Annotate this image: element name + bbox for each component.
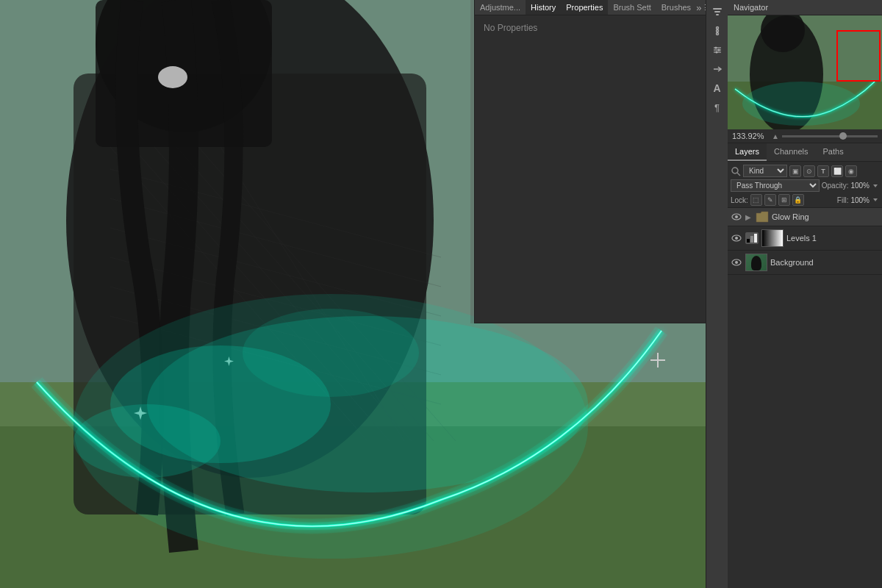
opacity-value: 100% <box>850 182 870 190</box>
layers-tabs: Layers Channels Paths <box>728 143 882 162</box>
paragraph-icon[interactable]: ¶ <box>709 98 726 116</box>
svg-point-32 <box>716 30 718 32</box>
svg-rect-55 <box>747 239 750 243</box>
fill-value: 100% <box>850 196 870 204</box>
svg-point-39 <box>715 51 717 54</box>
zoom-down-icon[interactable]: ▲ <box>772 132 779 140</box>
layer-name-background: Background <box>770 258 879 267</box>
levels-icon <box>745 232 759 244</box>
lock-label: Lock: <box>731 196 748 204</box>
tab-history[interactable]: History <box>526 0 561 15</box>
zoom-slider[interactable] <box>782 135 878 137</box>
layer-expand-arrow[interactable]: ▶ <box>745 213 751 221</box>
levels-mask-thumb <box>761 229 784 247</box>
svg-point-46 <box>732 168 738 173</box>
properties-panel: Adjustme... History Properties Brush Set… <box>474 0 706 323</box>
arrow-icon[interactable] <box>709 60 726 78</box>
svg-marker-48 <box>873 184 878 187</box>
panel-expand-icon[interactable]: » <box>696 2 701 13</box>
blend-mode-select[interactable]: Pass Through <box>731 179 820 192</box>
adjust-icon[interactable] <box>709 41 726 59</box>
fill-label: Fill: <box>837 196 849 204</box>
svg-rect-57 <box>754 234 757 243</box>
svg-line-47 <box>737 173 740 176</box>
lock-pixel-icon[interactable]: ✎ <box>764 194 776 206</box>
kind-select[interactable]: Kind <box>743 165 787 177</box>
smart-object-icon[interactable]: ◉ <box>845 165 857 177</box>
svg-rect-29 <box>714 11 720 12</box>
zoom-slider-thumb <box>839 132 847 140</box>
svg-point-44 <box>742 82 860 126</box>
layer-visibility-background[interactable] <box>731 257 742 268</box>
navigator-preview <box>728 15 882 129</box>
svg-point-38 <box>717 49 720 51</box>
background-thumb <box>745 254 767 271</box>
options-icon[interactable] <box>709 22 726 40</box>
tab-paths[interactable]: Paths <box>816 143 851 161</box>
svg-point-37 <box>714 47 717 49</box>
lock-row: Lock: ⬚ ✎ ⊞ 🔒 Fill: 100% <box>731 194 879 206</box>
layer-name-glow-ring: Glow Ring <box>772 212 879 221</box>
svg-point-23 <box>74 404 220 478</box>
type-icon[interactable]: T <box>817 165 829 177</box>
adjustment-icon[interactable]: ⊙ <box>803 165 815 177</box>
opacity-label: Opacity: <box>822 182 849 190</box>
text-icon[interactable]: A <box>709 79 726 97</box>
tab-channels[interactable]: Channels <box>767 143 815 161</box>
kind-row: Kind ▣ ⊙ T ⬜ ◉ <box>731 165 879 177</box>
svg-point-33 <box>716 33 718 35</box>
layer-background[interactable]: Background <box>728 251 882 275</box>
opacity-dropdown-icon[interactable] <box>872 182 879 190</box>
pixel-icon[interactable]: ▣ <box>789 165 801 177</box>
tab-adjustments[interactable]: Adjustme... <box>475 0 526 15</box>
tab-properties[interactable]: Properties <box>561 0 608 15</box>
tab-layers[interactable]: Layers <box>728 143 767 161</box>
zoom-bar: 133.92% ▲ <box>728 129 882 143</box>
shape-icon[interactable]: ⬜ <box>831 165 843 177</box>
svg-point-51 <box>735 215 738 218</box>
lock-all-icon[interactable]: 🔒 <box>792 194 804 206</box>
tab-brush-settings[interactable]: Brush Sett <box>608 0 656 15</box>
svg-point-24 <box>243 309 419 397</box>
lock-position-icon[interactable]: ⬚ <box>750 194 762 206</box>
right-panel: Navigator 133. <box>728 0 882 588</box>
svg-point-59 <box>735 261 738 264</box>
svg-rect-30 <box>716 14 719 15</box>
filter-icon[interactable] <box>709 3 726 21</box>
lock-artboard-icon[interactable]: ⊞ <box>778 194 790 206</box>
svg-point-19 <box>158 66 187 88</box>
layer-visibility-levels-1[interactable] <box>731 232 742 244</box>
right-toolbar: A ¶ <box>706 0 728 588</box>
layers-list: ▶ Glow Ring Levels 1 <box>728 208 882 588</box>
blend-mode-row: Pass Through Opacity: 100% <box>731 179 879 192</box>
layer-visibility-glow-ring[interactable] <box>731 211 742 223</box>
zoom-percentage: 133.92% <box>732 132 769 140</box>
svg-point-31 <box>716 27 718 29</box>
layers-controls: Kind ▣ ⊙ T ⬜ ◉ Pass Through Opacity: 100… <box>728 162 882 208</box>
svg-rect-28 <box>713 8 722 10</box>
folder-icon <box>756 211 769 223</box>
layer-name-levels-1: Levels 1 <box>786 234 879 243</box>
no-properties-text: No Properties <box>475 15 706 40</box>
navigator-header: Navigator <box>728 0 882 15</box>
search-icon <box>731 166 741 176</box>
fill-dropdown-icon[interactable] <box>872 196 879 204</box>
svg-marker-49 <box>873 198 878 201</box>
layer-levels-1[interactable]: Levels 1 <box>728 226 882 251</box>
svg-point-53 <box>735 237 738 240</box>
panel-tab-bar: Adjustme... History Properties Brush Set… <box>475 0 706 15</box>
tab-brushes[interactable]: Brushes <box>656 0 696 15</box>
layer-glow-ring[interactable]: ▶ Glow Ring <box>728 208 882 226</box>
svg-rect-56 <box>750 236 753 243</box>
